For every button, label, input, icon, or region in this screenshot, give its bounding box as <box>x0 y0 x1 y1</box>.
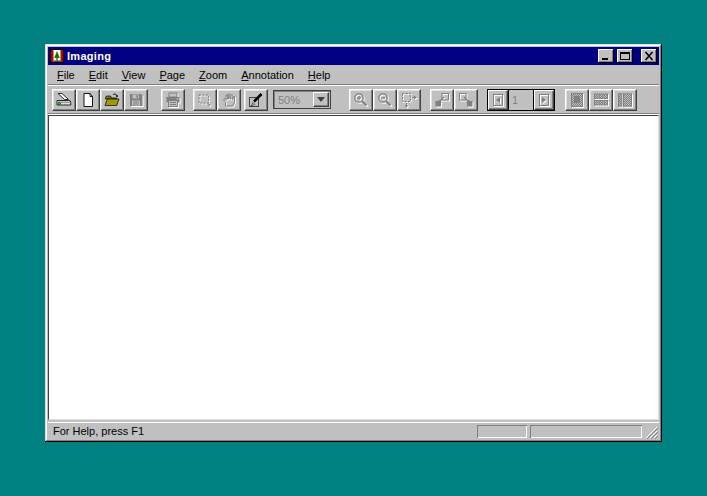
imaging-window: Imaging File Edit View Page Zoom Annotat… <box>45 44 662 442</box>
one-page-view-icon <box>569 92 585 108</box>
zoom-select-value: 50% <box>274 94 313 106</box>
maximize-button[interactable] <box>617 49 633 63</box>
floppy-disk-icon <box>128 92 144 108</box>
hand-icon <box>221 92 237 108</box>
blank-page-icon <box>80 92 96 108</box>
previous-page-button[interactable] <box>430 89 454 111</box>
previous-page-icon <box>434 92 450 108</box>
thumbnail-view-button[interactable] <box>589 89 613 111</box>
status-panel-1 <box>477 425 527 438</box>
close-button[interactable] <box>641 49 657 63</box>
menu-zoom[interactable]: Zoom <box>192 67 234 83</box>
thumbnail-view-icon <box>593 92 609 108</box>
zoom-in-button[interactable] <box>349 89 373 111</box>
zoom-selection-icon <box>401 92 417 108</box>
zoom-in-icon <box>353 92 369 108</box>
menu-file[interactable]: File <box>50 67 82 83</box>
menu-edit[interactable]: Edit <box>82 67 115 83</box>
page-back-button[interactable] <box>488 90 508 110</box>
imaging-app-icon <box>50 49 64 63</box>
statusbar: For Help, press F1 <box>48 422 659 439</box>
minimize-icon <box>600 51 612 61</box>
next-page-icon <box>458 92 474 108</box>
page-forward-icon <box>537 93 551 107</box>
one-page-view-button[interactable] <box>565 89 589 111</box>
annotation-toolbar-button[interactable] <box>244 89 268 111</box>
menu-annotation[interactable]: Annotation <box>234 67 301 83</box>
minimize-button[interactable] <box>598 49 614 63</box>
page-back-icon <box>491 93 505 107</box>
open-folder-icon <box>104 92 120 108</box>
zoom-select-arrow-button[interactable] <box>313 92 329 107</box>
toolbar: 50% <box>48 86 659 113</box>
menu-page[interactable]: Page <box>152 67 192 83</box>
page-and-thumbnails-view-button[interactable] <box>613 89 637 111</box>
menu-view[interactable]: View <box>115 67 153 83</box>
chevron-down-icon <box>317 97 325 102</box>
status-panel-2 <box>530 425 642 438</box>
close-icon <box>643 51 655 61</box>
page-forward-button[interactable] <box>534 90 554 110</box>
zoom-to-selection-button[interactable] <box>397 89 421 111</box>
status-message: For Help, press F1 <box>49 425 474 437</box>
scan-button[interactable] <box>52 89 76 111</box>
annotation-pen-icon <box>248 92 264 108</box>
zoom-out-button[interactable] <box>373 89 397 111</box>
print-button[interactable] <box>161 89 185 111</box>
printer-icon <box>165 92 181 108</box>
zoom-select[interactable]: 50% <box>273 90 331 109</box>
drag-button[interactable] <box>217 89 241 111</box>
titlebar[interactable]: Imaging <box>48 47 659 65</box>
menu-help[interactable]: Help <box>301 67 338 83</box>
open-button[interactable] <box>100 89 124 111</box>
document-area[interactable] <box>48 115 659 420</box>
page-and-thumbnails-view-icon <box>617 92 633 108</box>
page-number-field[interactable]: 1 <box>508 90 534 110</box>
save-button[interactable] <box>124 89 148 111</box>
menubar: File Edit View Page Zoom Annotation Help <box>48 65 659 84</box>
resize-grip-icon <box>645 426 658 439</box>
go-to-page-group: 1 <box>487 89 555 111</box>
scanner-icon <box>56 92 72 108</box>
zoom-out-icon <box>377 92 393 108</box>
new-document-button[interactable] <box>76 89 100 111</box>
window-title: Imaging <box>67 50 595 62</box>
maximize-icon <box>619 51 631 61</box>
selection-rectangle-icon <box>197 92 213 108</box>
select-image-button[interactable] <box>193 89 217 111</box>
next-page-button[interactable] <box>454 89 478 111</box>
resize-grip[interactable] <box>645 426 658 439</box>
